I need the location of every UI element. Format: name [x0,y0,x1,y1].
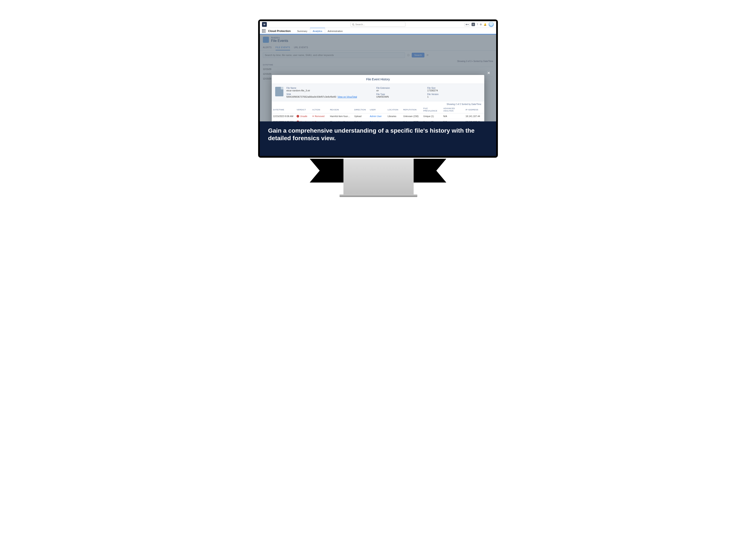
label-sha: SHA [287,93,372,95]
tab-summary[interactable]: Summary [295,28,310,34]
svg-point-0 [352,24,354,25]
bell-icon[interactable]: 🔔 [484,23,487,26]
app-launcher-icon[interactable] [262,29,265,33]
history-count: Showing 2 of 2 Sorted by Date/Time [272,101,484,106]
modal-title: File Event History [272,75,484,83]
label-size: File Size [427,87,474,89]
search-placeholder: Search... [355,23,365,26]
col-prevalence[interactable]: FILE PREVALENCE [422,106,442,113]
value-sha: fd9416f9836737662a66ba9c93bf97c3e8cf6e80… [287,95,372,98]
gear-icon[interactable]: ⚙ [480,23,482,26]
svg-line-1 [354,25,354,26]
label-file-name: File Name [287,87,372,89]
file-meta: File Name eicar-random-file_3.xir SHA fd… [272,83,484,101]
value-ver: 1 [427,95,474,98]
col-ip[interactable]: IP ADDRESS [464,106,484,113]
page-body: Analytics File Events ALERTS FILE EVENTS… [260,34,496,122]
label-type: File Type [376,93,423,95]
value-type: UNKNOWN [376,95,423,98]
value-size: 17330274 [427,89,474,92]
col-action[interactable]: ACTION [311,106,328,113]
tab-administration[interactable]: Administration [325,28,345,34]
label-ver: File Version [427,93,474,95]
monitor-frame: W Search... ★▾ ＋ ? ⚙ 🔔 Cloud Protection [258,19,498,158]
help-icon[interactable]: ? [477,23,478,26]
favorites-button[interactable]: ★▾ [464,23,470,26]
close-icon[interactable]: ✕ [487,70,490,75]
virustotal-link[interactable]: View on VirusTotal [338,95,357,98]
col-direction[interactable]: DIRECTION [353,106,368,113]
nav-row: Cloud Protection Summary Analytics Admin… [260,28,496,34]
col-verdict[interactable]: VERDICT [295,106,311,113]
value-ext: xir [376,89,423,92]
monitor-stand [343,159,414,197]
value-file-name: eicar-random-file_3.xir [287,89,372,92]
app-name: Cloud Protection [268,29,291,33]
col-datetime[interactable]: DATE/TIME [272,106,295,113]
global-search[interactable]: Search... [350,22,406,27]
col-location[interactable]: LOCATION [386,106,402,113]
tab-analytics[interactable]: Analytics [310,28,325,34]
col-reason[interactable]: REASON [329,106,353,113]
add-button[interactable]: ＋ [471,23,475,26]
table-row[interactable]: 12/15/2023 8:06 AM!Unsafe✕ RemovedHarmfu… [272,113,484,119]
search-icon [352,23,354,26]
col-reputation[interactable]: REPUTATION [402,106,422,113]
brand-logo[interactable]: W [262,22,267,27]
marketing-band: Gain a comprehensive understanding of a … [260,121,496,156]
app-bar: W Search... ★▾ ＋ ? ⚙ 🔔 [260,21,496,28]
avatar[interactable] [488,22,494,27]
label-ext: File Extension [376,87,423,89]
screen: W Search... ★▾ ＋ ? ⚙ 🔔 Cloud Protection [260,21,496,156]
col-user[interactable]: USER [368,106,386,113]
marketing-text: Gain a comprehensive understanding of a … [268,127,488,142]
file-icon [275,87,283,96]
col-advanced[interactable]: ADVANCED ANALYSIS [442,106,464,113]
monitor-base [339,195,417,197]
